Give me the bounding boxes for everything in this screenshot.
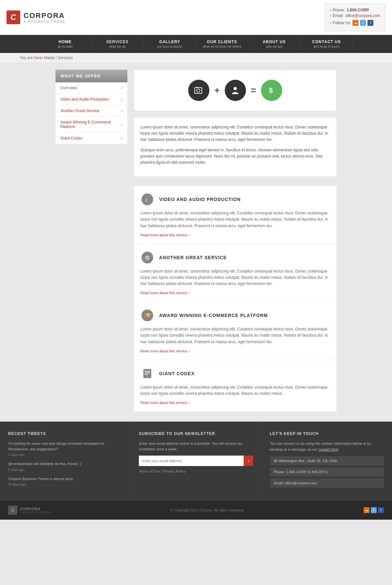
footer-top: RECENT TWEETS I'm looking for some cool … (0, 422, 392, 501)
service-title-video: VIDEO AND AUDIO PRODUCTION (159, 197, 241, 202)
breadcrumb: You are here: Home / Services (0, 53, 392, 63)
tweet-3-text: Corpora Business Theme is almost done. (8, 477, 74, 481)
svg-point-3 (234, 87, 237, 90)
intro-para-2: Quisque enim arcu, pellentesque eget lao… (140, 147, 330, 166)
nav-item-services[interactable]: SERVICES what we do (91, 35, 144, 53)
footer-links: Terms of Use | Privacy Policy (139, 469, 253, 473)
privacy-link[interactable]: Privacy Policy (163, 469, 185, 473)
nav-item-about[interactable]: ABOUT US who we are (248, 35, 301, 53)
sidebar-item-overview[interactable]: Overview › (56, 82, 127, 94)
footer-bottom: C CORPORA A BUSINESS THEME © Copyright 2… (0, 501, 392, 520)
service-text-video: Lorem ipsum dolor sit amet, consectetur … (140, 210, 330, 229)
service-another: ⚙ ANOTHER GREAT SERVICE Lorem ipsum dolo… (134, 244, 336, 302)
email-input[interactable] (139, 456, 244, 466)
contact-form-link[interactable]: contact form (318, 447, 338, 451)
main-content: WHAT WE OFFER Overview › Video and Audio… (49, 70, 343, 412)
footer-contact-desc: You can contact us by using the contact … (270, 441, 384, 452)
footer-contact-title: LET'S KEEP IN TOUCH (270, 431, 384, 436)
svg-text:$: $ (269, 86, 273, 94)
nav-sub-gallery: our best products (147, 45, 192, 48)
tweet-2: @mediatemple will definitely do that, th… (8, 461, 122, 472)
nav-title-gallery: GALLERY (147, 40, 192, 44)
nav-item-gallery[interactable]: GALLERY our best products (144, 35, 196, 53)
phone-arrow: › (330, 8, 331, 12)
email-link[interactable]: office@corpora.com (345, 13, 380, 18)
service-title-ecommerce: AWARD WINNING E-COMMERCE PLATFORM (159, 313, 268, 318)
top-header: C CORPORA A BUSINESS THEME › Phone: 1.80… (0, 0, 392, 35)
service-codex: GIANT CODEX Lorem ipsum dolor sit amet, … (134, 360, 336, 412)
nav-sub-clients: what we've done for others (199, 45, 245, 48)
nav-title-services: SERVICES (95, 40, 140, 44)
service-header-codex: GIANT CODEX (140, 367, 330, 380)
footer-twitter-icon[interactable]: t (371, 507, 377, 513)
sidebar-item-another[interactable]: Another Great Service › (56, 105, 127, 117)
contact-block-address: 85 Washington Ave., Suite 45, CA, USA (270, 456, 384, 465)
email-row: › Email: office@corpora.com (330, 13, 380, 18)
logo-name: CORPORA (24, 11, 66, 20)
read-more-video[interactable]: Read more about this service › (140, 233, 189, 237)
email-arrow: › (330, 13, 331, 18)
copyright: © Copyright 2011 Corpora. All rights res… (170, 508, 244, 512)
social-row: › Follow Us: ☁ t f (330, 19, 380, 27)
twitter-icon[interactable]: t (360, 20, 366, 26)
footer-contact-col: LET'S KEEP IN TOUCH You can contact us b… (262, 422, 392, 501)
footer-rss-icon[interactable]: ☁ (364, 507, 369, 513)
breadcrumb-separator: / (56, 56, 58, 60)
phone-number: 1.800.CORP (347, 8, 369, 12)
footer-newsletter-col: SUBSCRIBE TO OUR NEWSLETTER Enter your e… (131, 422, 261, 501)
breadcrumb-prefix: You are here: (20, 56, 43, 60)
tweet-2-text: @mediatemple will definitely do that, th… (8, 462, 81, 466)
sidebar-item-ecommerce[interactable]: Award Winning E-Commerce Platform › (56, 117, 127, 133)
tweet-1-time: 3 days ago (8, 452, 122, 457)
breadcrumb-current: Services (58, 56, 73, 60)
svg-rect-2 (196, 87, 198, 88)
nav-title-contact: CONTACT US (304, 40, 349, 44)
nav-item-contact[interactable]: CONTACT US let's keep in touch (301, 35, 353, 53)
hero-plus: + (214, 85, 220, 96)
email-form: › (139, 456, 253, 466)
breadcrumb-home[interactable]: Home (44, 56, 55, 60)
service-icon-ecommerce: 🏆 (140, 309, 154, 322)
footer-logo-text-wrap: CORPORA A BUSINESS THEME (20, 507, 51, 514)
svg-rect-0 (195, 88, 202, 93)
service-text-ecommerce: Lorem ipsum dolor sit amet, consectetur … (140, 326, 330, 345)
email-label: Email: (333, 13, 343, 18)
sidebar-item-label-video: Video and Audio Production (60, 97, 109, 102)
read-more-codex[interactable]: Read more about this service › (140, 401, 189, 405)
rss-icon[interactable]: ☁ (352, 20, 358, 26)
sidebar-header: WHAT WE OFFER (56, 70, 127, 82)
email-submit-button[interactable]: › (244, 456, 253, 466)
tweet-2-time: 6 days ago (8, 467, 122, 472)
service-ecommerce: 🏆 AWARD WINNING E-COMMERCE PLATFORM Lore… (134, 302, 336, 360)
service-header-another: ⚙ ANOTHER GREAT SERVICE (140, 251, 330, 264)
header-contact-info: › Phone: 1.800.CORP › Email: office@corp… (324, 3, 385, 31)
service-icon-video: ♪ (140, 192, 154, 206)
sidebar-arrow-overview: › (122, 86, 122, 90)
sidebar-item-label-codex: Giant Codex (60, 136, 82, 141)
logo-tagline: A BUSINESS THEME (24, 20, 66, 24)
nav-item-home[interactable]: HOME go to start (39, 35, 91, 53)
terms-link[interactable]: Terms of Use (139, 469, 160, 473)
svg-rect-12 (145, 371, 150, 372)
logo-area: C CORPORA A BUSINESS THEME (7, 10, 66, 24)
nav-title-clients: OUR CLIENTS (199, 40, 245, 44)
read-more-ecommerce[interactable]: Read more about this service › (140, 349, 189, 353)
footer-newsletter-title: SUBSCRIBE TO OUR NEWSLETTER (139, 431, 253, 436)
svg-rect-14 (145, 374, 148, 375)
footer-facebook-icon[interactable]: f (378, 507, 384, 513)
contact-block-email: Email: office@corpora.com (270, 478, 384, 488)
svg-rect-13 (145, 373, 150, 373)
sidebar-item-codex[interactable]: Giant Codex › (56, 133, 127, 144)
hero-icon-camera (188, 80, 209, 101)
read-more-another[interactable]: Read more about this service › (140, 291, 189, 295)
follow-arrow: › (330, 21, 331, 25)
facebook-icon[interactable]: f (368, 20, 373, 26)
sidebar-arrow-ecommerce: › (122, 123, 122, 126)
nav-item-clients[interactable]: OUR CLIENTS what we've done for others (196, 35, 248, 53)
svg-text:⚙: ⚙ (145, 255, 150, 261)
sidebar-item-video[interactable]: Video and Audio Production › (56, 94, 127, 105)
tweet-1-text: I'm looking for some cool web design #co… (8, 442, 105, 451)
main-nav: HOME go to start SERVICES what we do GAL… (0, 35, 392, 53)
nav-title-about: ABOUT US (252, 40, 297, 44)
svg-text:♪: ♪ (145, 196, 148, 203)
